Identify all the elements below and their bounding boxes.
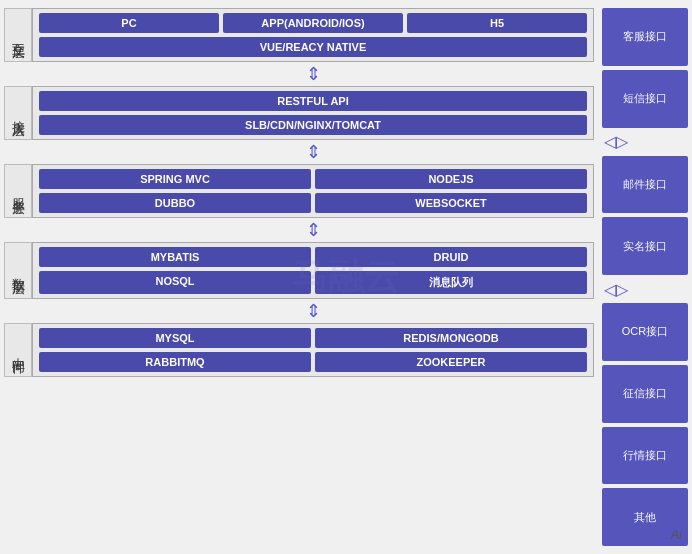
data-layer: 数据层 MYBATIS DRUID NOSQL 消息队列 — [4, 242, 594, 299]
tech-nosql: NOSQL — [39, 271, 311, 294]
middleware-label: 中间件 — [4, 323, 32, 377]
access-label: 接入层 — [4, 86, 32, 140]
right-btn-market[interactable]: 行情接口 — [602, 427, 688, 485]
ai-label: Ai — [670, 527, 682, 542]
arrow-4: ⇕ — [32, 301, 594, 321]
right-arrow-icon-2: ◁▷ — [604, 280, 628, 299]
right-panel: 客服接口 短信接口 ◁▷ 邮件接口 实名接口 ◁▷ OCR接口 征信接口 行情接… — [598, 8, 688, 546]
right-arrow-icon-1: ◁▷ — [604, 132, 628, 151]
tech-redis: REDIS/MONGODB — [315, 328, 587, 348]
tech-vue: VUE/REACY NATIVE — [39, 37, 587, 57]
tech-mq: 消息队列 — [315, 271, 587, 294]
middleware-row-1: MYSQL REDIS/MONGODB — [39, 328, 587, 348]
data-content: MYBATIS DRUID NOSQL 消息队列 — [32, 242, 594, 299]
interaction-content: PC APP(ANDROID/IOS) H5 VUE/REACY NATIVE — [32, 8, 594, 62]
interaction-row-2: VUE/REACY NATIVE — [39, 37, 587, 57]
tech-slb: SLB/CDN/NGINX/TOMCAT — [39, 115, 587, 135]
service-content: SPRING MVC NODEJS DUBBO WEBSOCKET — [32, 164, 594, 218]
right-btn-kefu[interactable]: 客服接口 — [602, 8, 688, 66]
tech-mysql: MYSQL — [39, 328, 311, 348]
right-btn-credit[interactable]: 征信接口 — [602, 365, 688, 423]
right-btn-ocr[interactable]: OCR接口 — [602, 303, 688, 361]
tech-app: APP(ANDROID/IOS) — [223, 13, 403, 33]
access-row-1: RESTFUL API — [39, 91, 587, 111]
middleware-content: MYSQL REDIS/MONGODB RABBITMQ ZOOKEEPER — [32, 323, 594, 377]
tech-rabbitmq: RABBITMQ — [39, 352, 311, 372]
arrow-1: ⇕ — [32, 64, 594, 84]
right-btn-realname[interactable]: 实名接口 — [602, 217, 688, 275]
tech-nodejs: NODEJS — [315, 169, 587, 189]
service-row-1: SPRING MVC NODEJS — [39, 169, 587, 189]
tech-mybatis: MYBATIS — [39, 247, 311, 267]
data-row-1: MYBATIS DRUID — [39, 247, 587, 267]
arrow-icon-2: ⇕ — [306, 143, 321, 161]
arrow-icon-1: ⇕ — [306, 65, 321, 83]
data-row-2: NOSQL 消息队列 — [39, 271, 587, 294]
tech-spring: SPRING MVC — [39, 169, 311, 189]
access-content: RESTFUL API SLB/CDN/NGINX/TOMCAT — [32, 86, 594, 140]
tech-dubbo: DUBBO — [39, 193, 311, 213]
right-arrow-1: ◁▷ — [602, 132, 688, 152]
service-layer: 服务层 SPRING MVC NODEJS DUBBO WEBSOCKET — [4, 164, 594, 218]
tech-pc: PC — [39, 13, 219, 33]
middleware-row-2: RABBITMQ ZOOKEEPER — [39, 352, 587, 372]
interaction-row-1: PC APP(ANDROID/IOS) H5 — [39, 13, 587, 33]
right-btn-email[interactable]: 邮件接口 — [602, 156, 688, 214]
interaction-layer: 交互层 PC APP(ANDROID/IOS) H5 VUE/REACY NAT… — [4, 8, 594, 62]
tech-zookeeper: ZOOKEEPER — [315, 352, 587, 372]
data-label: 数据层 — [4, 242, 32, 299]
left-panel: 交互层 PC APP(ANDROID/IOS) H5 VUE/REACY NAT… — [4, 8, 594, 546]
middleware-layer: 中间件 MYSQL REDIS/MONGODB RABBITMQ ZOOKEEP… — [4, 323, 594, 377]
tech-websocket: WEBSOCKET — [315, 193, 587, 213]
access-layer: 接入层 RESTFUL API SLB/CDN/NGINX/TOMCAT — [4, 86, 594, 140]
arrow-3: ⇕ — [32, 220, 594, 240]
arrow-2: ⇕ — [32, 142, 594, 162]
arrow-icon-4: ⇕ — [306, 302, 321, 320]
arrow-icon-3: ⇕ — [306, 221, 321, 239]
service-label: 服务层 — [4, 164, 32, 218]
tech-druid: DRUID — [315, 247, 587, 267]
right-btn-sms[interactable]: 短信接口 — [602, 70, 688, 128]
tech-restful: RESTFUL API — [39, 91, 587, 111]
right-arrow-2: ◁▷ — [602, 279, 688, 299]
interaction-label: 交互层 — [4, 8, 32, 62]
access-row-2: SLB/CDN/NGINX/TOMCAT — [39, 115, 587, 135]
tech-h5: H5 — [407, 13, 587, 33]
service-row-2: DUBBO WEBSOCKET — [39, 193, 587, 213]
